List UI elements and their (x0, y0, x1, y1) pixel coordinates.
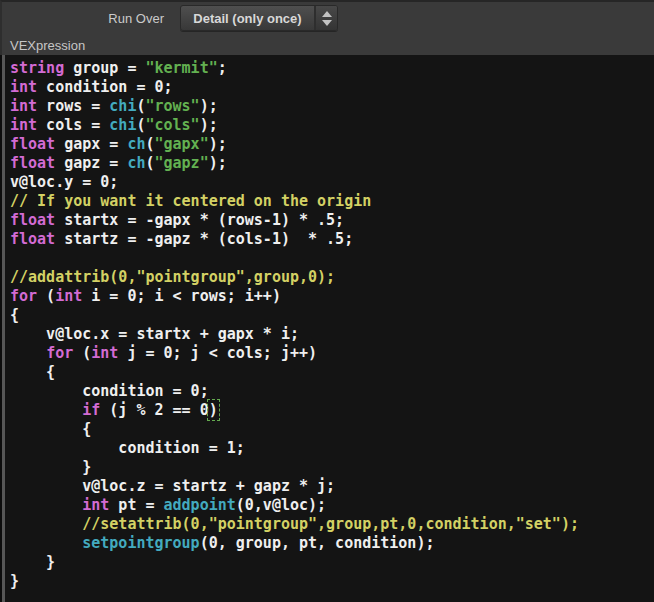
code-line: int cols = chi("cols"); (10, 116, 648, 135)
run-over-row: Run Over Detail (only once) (2, 2, 654, 34)
editor-left-border (2, 55, 5, 602)
vexpression-label: VEXpression (10, 38, 85, 53)
code-line: float startz = -gapz * (cols-1) * .5; (10, 230, 648, 249)
code-line: { (10, 363, 648, 382)
vexpression-editor[interactable]: string group = "kermit";int condition = … (0, 55, 654, 602)
code-line: v@loc.y = 0; (10, 173, 648, 192)
run-over-selected-value: Detail (only once) (181, 6, 314, 30)
code-line: //addattrib(0,"pointgroup",group,0); (10, 268, 648, 287)
code-line: } (10, 553, 648, 572)
code-line: float startx = -gapx * (rows-1) * .5; (10, 211, 648, 230)
run-over-dropdown[interactable]: Detail (only once) (180, 5, 338, 31)
code-line: if (j % 2 == 0) (10, 401, 648, 420)
vex-code[interactable]: string group = "kermit";int condition = … (2, 55, 654, 597)
code-line: condition = 0; (10, 382, 648, 401)
code-line: { (10, 306, 648, 325)
code-line: v@loc.x = startx + gapx * i; (10, 325, 648, 344)
parameters-header: Run Over Detail (only once) VEXpression (0, 0, 654, 55)
code-line: string group = "kermit"; (10, 59, 648, 78)
code-line: v@loc.z = startz + gapz * j; (10, 477, 648, 496)
code-line: } (10, 572, 648, 591)
code-line: for (int i = 0; i < rows; i++) (10, 287, 648, 306)
code-line: } (10, 458, 648, 477)
code-line: int rows = chi("rows"); (10, 97, 648, 116)
vexpression-label-row: VEXpression (2, 34, 654, 57)
code-line: { (10, 420, 648, 439)
code-line: for (int j = 0; j < cols; j++) (10, 344, 648, 363)
up-down-spinner-icon[interactable] (316, 6, 337, 30)
arrow-down-icon (322, 20, 332, 26)
code-line: float gapx = ch("gapx"); (10, 135, 648, 154)
wrangle-parameters-panel: Run Over Detail (only once) VEXpression … (0, 0, 654, 602)
code-line: condition = 1; (10, 439, 648, 458)
arrow-up-icon (322, 11, 332, 17)
code-line: //setattrib(0,"pointgroup",group,pt,0,co… (10, 515, 648, 534)
code-line: int condition = 0; (10, 78, 648, 97)
code-line: setpointgroup(0, group, pt, condition); (10, 534, 648, 553)
code-line: int pt = addpoint(0,v@loc); (10, 496, 648, 515)
code-line (10, 249, 648, 268)
code-line: // If you want it centered on the origin (10, 192, 648, 211)
run-over-label: Run Over (2, 12, 164, 25)
code-line: float gapz = ch("gapz"); (10, 154, 648, 173)
